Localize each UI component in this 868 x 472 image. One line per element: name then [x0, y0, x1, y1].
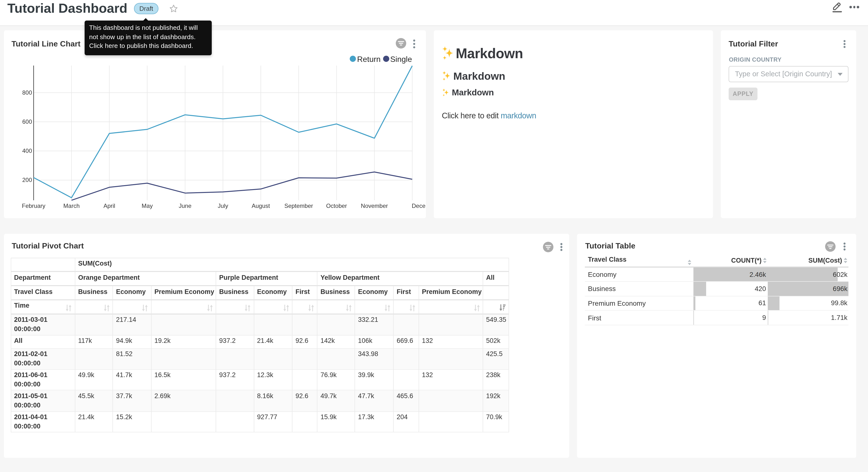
svg-text:200: 200	[22, 177, 32, 183]
svg-text:November: November	[361, 203, 388, 209]
svg-text:400: 400	[22, 147, 32, 154]
svg-text:Dece: Dece	[412, 203, 426, 209]
svg-text:February: February	[22, 203, 45, 209]
svg-text:Single: Single	[390, 55, 412, 64]
svg-text:600: 600	[22, 118, 32, 125]
svg-text:May: May	[142, 203, 153, 209]
svg-text:April: April	[103, 203, 115, 209]
svg-text:March: March	[63, 203, 80, 209]
svg-text:July: July	[218, 203, 228, 209]
svg-text:June: June	[179, 203, 191, 209]
svg-text:October: October	[326, 203, 347, 209]
svg-text:Return: Return	[357, 55, 381, 64]
svg-text:September: September	[284, 203, 313, 209]
svg-text:August: August	[252, 203, 270, 209]
svg-text:800: 800	[22, 89, 32, 96]
